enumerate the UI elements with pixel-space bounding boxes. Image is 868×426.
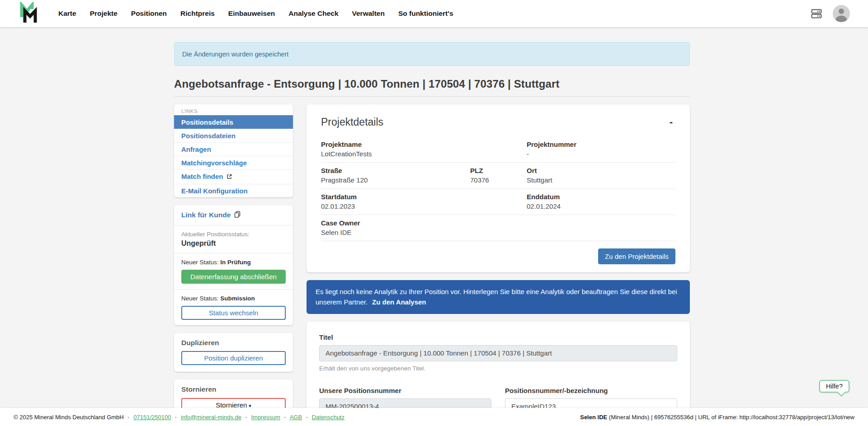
next-status-label: Neuer Status: (181, 295, 219, 302)
main-panel: Projektdetails - Projektname LotCreation… (307, 104, 690, 426)
field-value: - (527, 150, 576, 158)
links-card: LINKS Positionsdetails Positionsdateien … (174, 104, 293, 197)
footer-separator: · (245, 414, 247, 421)
titel-input (319, 345, 677, 361)
customer-link-label: Link für Kunde (181, 211, 231, 219)
next-status-label: Neuer Status: (181, 259, 219, 266)
top-navbar: Karte Projekte Positionen Richtpreis Ein… (0, 0, 868, 27)
project-row: Case Owner Selen IDE (321, 215, 675, 241)
nav-item-einbauweisen[interactable]: Einbauweisen (222, 5, 282, 22)
field-label: Enddatum (527, 193, 561, 201)
footer-copyright: © 2025 Mineral Minds Deutschland GmbH (14, 414, 124, 421)
field-case-owner: Case Owner Selen IDE (321, 219, 366, 236)
alert-message: Die Änderungen wurden gespeichert (182, 51, 288, 58)
field-label: PLZ (470, 167, 521, 174)
server-stack-icon[interactable] (810, 7, 823, 20)
custom-number-label: Positionsnummer/-bezeichnung (505, 387, 677, 394)
go-to-analyses-link[interactable]: Zu den Analysen (372, 298, 426, 306)
duplicate-position-button[interactable]: Position duplizieren (181, 351, 286, 365)
field-value: Pragstraße 120 (321, 176, 465, 184)
field-startdatum: Startdatum 02.01.2023 (321, 193, 527, 210)
field-ort: Ort Stuttgart (527, 167, 558, 184)
main-nav: Karte Projekte Positionen Richtpreis Ein… (52, 5, 460, 22)
footer-separator: · (284, 414, 286, 421)
field-enddatum: Enddatum 02.01.2024 (527, 193, 566, 210)
nav-item-so-funktionierts[interactable]: So funktioniert's (392, 5, 460, 22)
nav-item-richtpreis[interactable]: Richtpreis (174, 5, 222, 22)
next-status-line: Neuer Status: In Prüfung (181, 259, 286, 266)
footer-link-phone[interactable]: 07151/250100 (133, 414, 171, 421)
field-label: Projektname (321, 140, 521, 148)
user-avatar-icon[interactable] (833, 5, 850, 22)
field-projektname: Projektname LotCreationTests (321, 140, 527, 158)
banner-message: Es liegt noch keine Analytik zu Ihrer Po… (316, 288, 677, 306)
project-row: Startdatum 02.01.2023 Enddatum 02.01.202… (321, 189, 675, 215)
next-status-line: Neuer Status: Submission (181, 295, 286, 302)
field-value: 02.01.2024 (527, 202, 561, 210)
title-divider (174, 96, 690, 97)
links-header: LINKS (174, 104, 293, 115)
duplicate-heading: Duplizieren (181, 339, 286, 347)
mineral-minds-logo-icon (18, 2, 39, 25)
sidebar: LINKS Positionsdetails Positionsdateien … (174, 104, 293, 426)
current-status-label: Aktueller Positionsstatus: (181, 231, 286, 238)
go-to-project-details-button[interactable]: Zu den Projektdetails (598, 248, 675, 264)
nav-item-positionen[interactable]: Positionen (124, 5, 174, 22)
field-value: Stuttgart (527, 176, 552, 184)
footer-left: © 2025 Mineral Minds Deutschland GmbH · … (14, 414, 344, 421)
brand-logo[interactable] (18, 2, 39, 25)
nav-item-projekte[interactable]: Projekte (83, 5, 124, 22)
customer-link[interactable]: Link für Kunde (181, 211, 241, 220)
sidebar-item-match-finden[interactable]: Match finden (174, 169, 293, 184)
help-button[interactable]: Hilfe? (819, 380, 849, 393)
sidebar-item-positionsdateien[interactable]: Positionsdateien (174, 129, 293, 142)
project-row: Straße Pragstraße 120 PLZ 70376 Ort Stut… (321, 163, 675, 189)
titel-helper: Erhält den von uns vorgegebenen Titel. (319, 365, 677, 372)
current-status-value: Ungeprüft (181, 239, 286, 248)
collapse-icon[interactable]: - (667, 116, 675, 128)
footer-link-impressum[interactable]: Impressum (251, 414, 280, 421)
sidebar-item-anfragen[interactable]: Anfragen (174, 142, 293, 156)
sidebar-item-positionsdetails[interactable]: Positionsdetails (174, 115, 293, 129)
cancel-heading: Stornieren (181, 385, 286, 393)
change-status-button[interactable]: Status wechseln (181, 306, 286, 320)
finish-data-entry-button[interactable]: Datenerfassung abschließen (181, 270, 286, 284)
footer-link-email[interactable]: info@mineral-minds.de (181, 414, 241, 421)
nav-item-analyse-check[interactable]: Analyse Check (282, 5, 345, 22)
project-details-heading: Projektdetails (321, 116, 383, 128)
field-label: Startdatum (321, 193, 521, 201)
external-link-icon (226, 173, 232, 181)
next-status-value: Submission (220, 295, 255, 302)
sidebar-item-matchingvorschlaege[interactable]: Matchingvorschläge (174, 156, 293, 169)
field-value: 70376 (470, 176, 521, 184)
titel-field-group: Titel Erhält den von uns vorgegebenen Ti… (319, 333, 677, 372)
sidebar-item-label: Match finden (181, 173, 223, 180)
field-strasse: Straße Pragstraße 120 (321, 167, 470, 184)
save-confirmation-alert: Die Änderungen wurden gespeichert (174, 42, 690, 66)
footer: © 2025 Mineral Minds Deutschland GmbH · … (0, 408, 868, 426)
status-card: Link für Kunde Aktueller Positionsstatus… (174, 205, 293, 325)
field-value: Selen IDE (321, 229, 360, 236)
page-content: Die Änderungen wurden gespeichert Angebo… (174, 27, 690, 426)
nav-item-karte[interactable]: Karte (52, 5, 83, 22)
nav-item-verwalten[interactable]: Verwalten (345, 5, 392, 22)
footer-link-agb[interactable]: AGB (290, 414, 302, 421)
footer-session-details: (Mineral Minds) | 69576255536d | URL of … (607, 414, 854, 421)
footer-session-info: Selen IDE (Mineral Minds) | 69576255536d… (580, 414, 854, 421)
field-label: Ort (527, 167, 552, 174)
footer-user: Selen IDE (580, 414, 607, 421)
titel-label: Titel (319, 333, 677, 341)
page-title: Angebotsanfrage - Entsorgung | 10.000 To… (174, 78, 690, 90)
field-label: Case Owner (321, 219, 360, 227)
field-value: LotCreationTests (321, 150, 521, 158)
field-label: Projektnummer (527, 140, 576, 148)
field-projektnummer: Projektnummer - (527, 140, 582, 158)
sidebar-item-email-konfiguration[interactable]: E-Mail Konfiguration (174, 184, 293, 197)
field-value: 02.01.2023 (321, 202, 521, 210)
footer-link-datenschutz[interactable]: Datenschutz (312, 414, 344, 421)
footer-separator: · (127, 414, 129, 421)
footer-separator: · (175, 414, 177, 421)
field-label: Straße (321, 167, 465, 174)
footer-separator: · (306, 414, 308, 421)
project-details-card: Projektdetails - Projektname LotCreation… (307, 104, 690, 272)
